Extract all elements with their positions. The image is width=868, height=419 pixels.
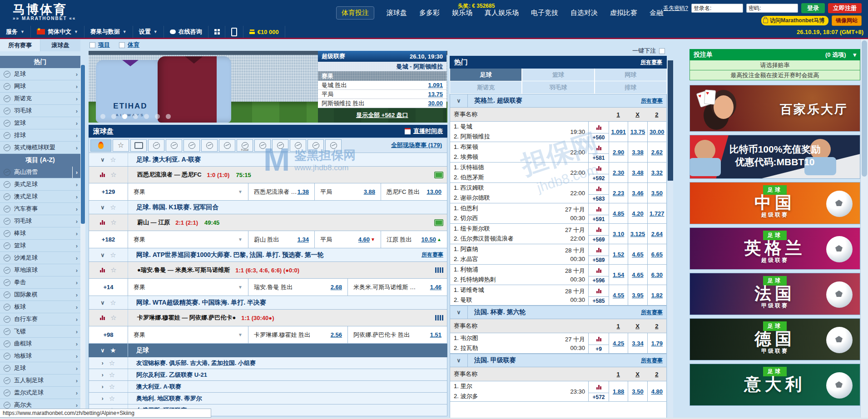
sidebar-scrollbar-thumb[interactable] [81, 65, 85, 224]
live-league-header[interactable]: ∨☆网球. ATP世界巡回赛1000大师赛. 巴黎, 法国. 单打. 预选赛. … [89, 248, 447, 262]
hot-all-events-link[interactable]: 所有赛事 [640, 59, 662, 66]
odds-cell[interactable]: 4.85 [609, 203, 628, 223]
match-main-cell[interactable]: 1. 布莱顿2. 埃弗顿22:00 [450, 142, 589, 162]
odds-link[interactable]: 10.50 [422, 236, 436, 243]
odds-cell[interactable]: 2.23 [609, 183, 628, 203]
odds-link[interactable]: 4.55 [613, 292, 624, 299]
nav-item-link[interactable]: 娱乐场 [452, 9, 472, 17]
live-league-list-row[interactable]: ›☆友谊锦标赛. 俱乐部. 吉大港, 孟加拉国. 小组赛 [89, 357, 447, 369]
market-count-cell[interactable]: +589 [589, 244, 609, 264]
sidebar-item[interactable]: 斯诺克› [0, 93, 80, 105]
outcome-cell[interactable]: 平局3.88 [315, 183, 381, 200]
market-count-link[interactable]: +182 [89, 231, 128, 248]
odds-link[interactable]: 6.65 [651, 251, 663, 258]
nav-item-link[interactable]: 滚球盘 [387, 9, 407, 17]
nav-item-active[interactable]: 体育投注 [336, 6, 374, 20]
filter-sports[interactable]: 体育 [119, 41, 139, 49]
odds-link[interactable]: 4.60 [358, 236, 370, 243]
market-count-cell[interactable]: +591 [589, 203, 609, 223]
chevron-collapse-icon[interactable]: ∨ [450, 354, 468, 367]
favorite-star-icon[interactable]: ☆ [109, 383, 115, 391]
hot-scrollbar[interactable] [668, 60, 673, 419]
lost-password-link[interactable]: 丢失密码? [663, 5, 688, 12]
odds-cell[interactable]: 4.80 [648, 381, 666, 401]
logo[interactable]: 马博体育 »» MARATHONBET «« [13, 3, 76, 21]
odds-link[interactable]: 2.64 [651, 231, 663, 237]
hot-tab-item[interactable]: 羽毛球 [522, 81, 594, 94]
odds-cell[interactable]: 4.65 [628, 244, 647, 264]
nav-item-link[interactable]: 虚拟比赛 [610, 9, 637, 17]
match-main-cell[interactable]: 1. 阿森纳2. 水晶宫28 十月00:30 [450, 244, 589, 264]
favorite-star-icon[interactable]: ☆ [109, 371, 115, 379]
live-league-list-row[interactable]: ›☆澳大利亚. A-联赛 [89, 381, 447, 393]
odds-link[interactable]: 6.30 [651, 271, 663, 278]
handball-filter[interactable] [254, 139, 271, 152]
toolbar-services-menu[interactable]: 服务▼ [0, 26, 31, 38]
odds-link[interactable]: 3.10 [613, 231, 624, 237]
market-count-cell[interactable]: +581 [589, 142, 609, 162]
sidebar-item[interactable]: 英式橄榄球联盟› [0, 142, 80, 154]
odds-cell[interactable]: 4.20 [628, 203, 647, 223]
outcome-cell[interactable]: 米奥米.可斯马诺维斯 …1.46 [348, 279, 447, 296]
favorite-star-icon[interactable]: ☆ [110, 266, 116, 274]
nav-item-link[interactable]: 自选对决 [570, 9, 598, 17]
live-sport-header[interactable]: ∨★足球 [89, 344, 447, 357]
odds-cell[interactable]: 3.46 [628, 183, 647, 203]
match-main-cell[interactable]: 1. 西汉姆联2. 谢菲尔德联22:00 [450, 183, 589, 203]
odds-link[interactable]: 2.23 [613, 190, 624, 197]
market-count-link[interactable]: +560 [589, 133, 609, 142]
odds-cell[interactable]: 3.125 [628, 224, 647, 244]
market-count-link[interactable]: +596 [589, 276, 609, 285]
visit-mirror-badge[interactable]: 访问Marathonbet马博 [761, 16, 828, 25]
favorite-star-icon[interactable]: ★ [110, 346, 116, 355]
market-count-link[interactable]: +9 [589, 345, 609, 353]
favorite-star-icon[interactable]: ☆ [110, 251, 116, 259]
page-scrollbar[interactable] [860, 39, 868, 419]
sidebar-item[interactable]: 汽车赛事› [0, 203, 80, 215]
odds-cell[interactable]: 3.32 [648, 163, 666, 182]
market-count-cell[interactable]: +9 [589, 333, 609, 353]
favorite-star-icon[interactable]: ☆ [110, 156, 116, 164]
chevron-collapse-icon[interactable]: ∨ [100, 204, 104, 211]
sidebar-item[interactable]: 板球› [0, 301, 80, 313]
casino-banner[interactable]: ♥ ♥ 百家乐大厅 [689, 85, 860, 132]
sidebar-item[interactable]: 篮球› [0, 117, 80, 129]
hot-section-header[interactable]: ∨英格兰. 超级联赛所有赛事 [450, 94, 667, 108]
filter-sports-label[interactable]: 体育 [128, 41, 139, 49]
hot-section-header[interactable]: ∨法国. 杯赛. 第六轮所有赛事 [450, 306, 667, 319]
odds-cell[interactable]: 1.82 [648, 285, 666, 305]
market-count-link[interactable]: +14 [89, 279, 128, 296]
filter-projects[interactable]: 项目 [89, 41, 110, 49]
sidebar-item[interactable]: 地板球› [0, 350, 80, 362]
live-schedule-link[interactable]: 直播时间表 [413, 127, 443, 135]
soccer-filter[interactable] [148, 139, 164, 152]
match-main-cell[interactable]: 1. 曼城2. 阿斯顿维拉19:30 [450, 122, 589, 142]
market-select[interactable]: 赛果▼ [128, 326, 248, 343]
quick-bet-checkbox[interactable] [659, 48, 665, 54]
league-banner-意大利[interactable]: 足球意大利 [689, 364, 860, 406]
hot-tab-item[interactable]: 网球 [595, 69, 667, 81]
sidebar-item[interactable]: 足球› [0, 362, 80, 375]
toolbar-mobile[interactable] [225, 26, 243, 38]
odds-cell[interactable]: 2.64 [648, 224, 666, 244]
chevron-collapse-icon[interactable]: ∨ [100, 252, 104, 258]
odds-link[interactable]: 3.46 [632, 190, 643, 197]
odds-cell[interactable]: 13.75 [628, 122, 647, 142]
odds-cell[interactable]: 2.30 [609, 163, 628, 182]
outcome-cell[interactable]: 西悉尼流浪者 …1.38 [248, 183, 315, 200]
chevron-collapse-icon[interactable]: ∨ [450, 306, 468, 319]
chevron-expand-icon[interactable]: › [102, 395, 104, 402]
sidebar-item[interactable]: 飞镖› [0, 325, 80, 338]
odds-cell[interactable]: 1.54 [609, 265, 628, 285]
odds-cell[interactable]: 3.48 [628, 163, 647, 182]
favorites-filter[interactable]: ☆ [113, 139, 129, 152]
odds-cell[interactable]: 3.50 [648, 183, 666, 203]
esports-filter[interactable] [325, 139, 342, 152]
league-banner-法国[interactable]: 足球法国甲级联赛 [689, 273, 860, 315]
nav-item-link[interactable]: 真人娱乐场 [485, 9, 519, 17]
squash-filter[interactable] [308, 139, 324, 152]
market-select[interactable]: 赛果▼ [128, 279, 248, 296]
market-count-cell[interactable]: +560 [589, 122, 609, 142]
toolbar-language-menu[interactable]: 简体中文▼ [31, 26, 84, 38]
carousel-dot[interactable] [111, 114, 116, 119]
